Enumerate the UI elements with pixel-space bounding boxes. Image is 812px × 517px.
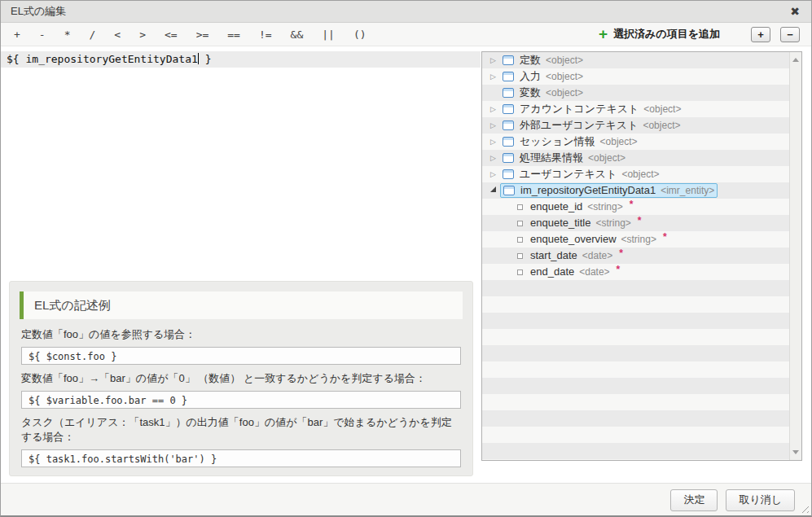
operator-button[interactable]: * (59, 26, 76, 43)
help-footer-prefix: EL式の詳細は、「 (21, 475, 109, 476)
tree-item[interactable]: enquete_title<string>* (482, 215, 788, 231)
cancel-button[interactable]: 取り消し (726, 489, 795, 511)
operator-button[interactable]: > (134, 26, 151, 43)
tree-node[interactable]: 入力<object> (500, 69, 586, 84)
tree-node[interactable]: セッション情報<object> (500, 134, 640, 149)
tree-item[interactable]: ▷外部ユーザコンテキスト<object> (482, 117, 788, 134)
expression-active-line[interactable]: ${ im_repositoryGetEntityData1 } (1, 51, 481, 68)
spec-document-link[interactable]: IM-LogicDesigner仕様書 (109, 475, 224, 476)
tree-list: ▷定数<object>▷入力<object>変数<object>▷アカウントコン… (482, 52, 788, 280)
tree-item[interactable]: ▷定数<object> (482, 52, 788, 68)
operator-button[interactable]: == (222, 26, 245, 43)
tree-item-type: <object> (643, 117, 680, 134)
tree-item[interactable]: 変数<object> (482, 85, 788, 101)
operator-button[interactable]: <= (160, 26, 182, 43)
expand-node-icon[interactable]: ▷ (488, 68, 498, 85)
close-icon[interactable]: ✖ (787, 3, 803, 20)
expression-text-after-cursor: } (199, 53, 212, 65)
operator-button[interactable]: < (109, 26, 125, 43)
tree-node-selected[interactable]: im_repositoryGetEntityData1<imr_entity> (500, 183, 718, 198)
dialog-titlebar: EL式の編集 ✖ (1, 1, 811, 23)
tree-item-label: アカウントコンテキスト (520, 101, 639, 117)
operator-button[interactable]: / (84, 26, 100, 43)
scroll-down-icon[interactable] (792, 450, 799, 454)
example-description: 定数値「foo」の値を参照する場合： (21, 327, 461, 342)
operator-button[interactable]: () (349, 26, 371, 43)
scroll-up-icon[interactable] (792, 58, 799, 62)
expand-all-button[interactable]: + (751, 27, 770, 42)
tree-item[interactable]: start_date<date>* (482, 248, 788, 264)
tree-item[interactable]: ▷入力<object> (482, 68, 788, 85)
operator-button[interactable]: - (34, 26, 50, 43)
tree-scrollbar[interactable] (789, 52, 801, 460)
tree-item-type: <imr_entity> (661, 182, 714, 199)
operator-button[interactable]: != (254, 26, 277, 43)
ok-button[interactable]: 決定 (670, 489, 718, 511)
el-expression-edit-dialog: EL式の編集 ✖ +-*/<><=>===!=&&||() + 選択済みの項目を… (0, 0, 812, 517)
tree-item[interactable]: im_repositoryGetEntityData1<imr_entity> (482, 182, 788, 199)
tree-node[interactable]: 定数<object> (500, 53, 586, 68)
tree-node[interactable]: ユーザコンテキスト<object> (500, 167, 661, 182)
tree-node[interactable]: end_date<date> (515, 265, 612, 279)
tree-item-type: <object> (546, 85, 583, 101)
collapse-all-button[interactable]: − (780, 27, 800, 42)
tree-item-type: <string> (595, 215, 630, 231)
tree-node[interactable]: 外部ユーザコンテキスト<object> (500, 118, 683, 133)
example-code: ${ $const.foo } (21, 347, 461, 365)
expand-node-icon[interactable]: ▷ (488, 101, 498, 117)
required-asterisk: * (619, 245, 623, 261)
operator-button[interactable]: + (9, 26, 25, 43)
operator-button[interactable]: >= (191, 26, 214, 43)
tree-item-label: 外部ユーザコンテキスト (520, 117, 638, 134)
tree-item-label: 入力 (520, 68, 541, 85)
example-description: タスク（エイリアス：「task1」）の出力値「foo」の値が「bar」で始まるか… (21, 415, 461, 445)
tree-item-type: <object> (643, 101, 681, 117)
plus-icon: + (599, 27, 608, 42)
toolbar-right: + 選択済みの項目を追加 + − (599, 27, 811, 42)
collapse-node-icon[interactable] (488, 182, 498, 199)
tree-item-type: <string> (587, 199, 622, 215)
expression-text-before-cursor: ${ im_repositoryGetEntityData1 (7, 53, 198, 65)
add-selected-item-button[interactable]: + 選択済みの項目を追加 (599, 27, 720, 42)
tree-item-type: <object> (546, 68, 583, 85)
tree-item-label: セッション情報 (520, 134, 595, 150)
operator-button[interactable]: && (286, 26, 309, 43)
expand-node-icon[interactable]: ▷ (488, 117, 498, 134)
help-footer-suffix: 」を参照してください。 (223, 475, 341, 476)
tree-node[interactable]: start_date<date> (515, 248, 615, 263)
object-icon (503, 153, 514, 163)
dialog-footer: 決定 取り消し (1, 483, 811, 516)
tree-item[interactable]: ▷アカウントコンテキスト<object> (482, 101, 788, 117)
tree-node[interactable]: enquete_title<string> (515, 216, 634, 230)
expand-node-icon[interactable]: ▷ (488, 150, 498, 166)
help-footer: EL式の詳細は、「IM-LogicDesigner仕様書」を参照してください。 (21, 475, 461, 476)
el-expression-help-box: EL式の記述例 定数値「foo」の値を参照する場合：${ $const.foo … (9, 281, 473, 476)
tree-item-type: <object> (621, 166, 659, 182)
help-heading: EL式の記述例 (20, 291, 463, 319)
tree-item-label: im_repositoryGetEntityData1 (520, 182, 656, 199)
tree-node[interactable]: アカウントコンテキスト<object> (500, 102, 683, 116)
tree-node[interactable]: 変数<object> (500, 85, 586, 100)
tree-item-label: enquete_overview (530, 231, 617, 248)
tree-item[interactable]: ▷処理結果情報<object> (482, 150, 788, 166)
expression-editor[interactable]: ${ im_repositoryGetEntityData1 } (1, 47, 481, 281)
tree-item[interactable]: enquete_id<string>* (482, 199, 788, 215)
example-description: 変数値「foo」→「bar」の値が「0」 （数値） と一致するかどうかを判定する… (21, 371, 461, 386)
tree-item[interactable]: ▷セッション情報<object> (482, 134, 788, 150)
tree-item[interactable]: end_date<date>* (482, 264, 788, 280)
field-icon (517, 253, 523, 259)
example-code: ${ task1.foo.startsWith('bar') } (21, 449, 461, 467)
tree-node[interactable]: enquete_id<string> (515, 199, 625, 214)
tree-node[interactable]: enquete_overview<string> (515, 232, 659, 247)
expand-node-icon[interactable]: ▷ (488, 134, 498, 150)
tree-item[interactable]: enquete_overview<string>* (482, 231, 788, 248)
tree-item[interactable]: ▷ユーザコンテキスト<object> (482, 166, 788, 182)
required-asterisk: * (663, 229, 667, 245)
expand-node-icon[interactable]: ▷ (488, 52, 498, 68)
field-icon (517, 221, 523, 226)
field-icon (517, 204, 523, 210)
tree-node[interactable]: 処理結果情報<object> (500, 151, 628, 165)
operator-button[interactable]: || (317, 26, 340, 43)
tree-item-type: <object> (600, 134, 638, 150)
expand-node-icon[interactable]: ▷ (488, 166, 498, 182)
